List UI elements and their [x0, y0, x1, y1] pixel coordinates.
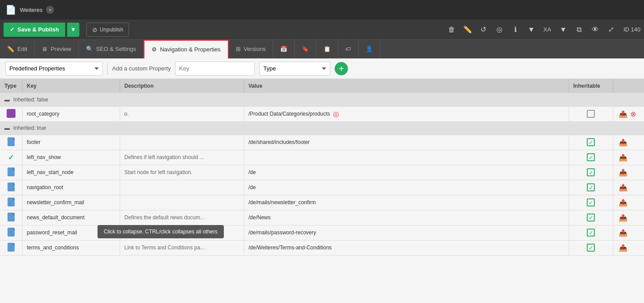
row-inheritable: [569, 106, 613, 121]
row-inheritable: ✓: [569, 180, 613, 195]
title-bar-close-button[interactable]: ×: [46, 6, 54, 14]
key-input[interactable]: [175, 62, 255, 76]
inheritable-checkbox-checked[interactable]: ✓: [587, 198, 595, 206]
folder-up-icon: 📤: [619, 139, 628, 146]
inheritable-checkbox-checked[interactable]: ✓: [587, 229, 595, 237]
folder-up-button[interactable]: 📤: [618, 152, 628, 163]
delete-button[interactable]: 🗑: [445, 23, 459, 37]
tab-bookmark[interactable]: 🔖: [295, 40, 316, 58]
inheritable-checkbox-checked[interactable]: ✓: [587, 153, 595, 161]
inheritable-checkbox-checked[interactable]: ✓: [587, 214, 595, 221]
row-value: /de/News: [244, 210, 569, 225]
tab-tasks[interactable]: 📋: [316, 40, 338, 58]
folder-up-button[interactable]: 📤: [618, 213, 628, 223]
table-row: root_category o. /Product Data/Categorie…: [0, 106, 644, 121]
refresh-icon: ↺: [480, 25, 486, 34]
target-button[interactable]: ◎: [492, 23, 507, 37]
info-button[interactable]: ℹ: [508, 23, 523, 37]
folder-up-icon: 📤: [619, 244, 628, 252]
view-button[interactable]: 👁: [588, 23, 602, 37]
row-key: root_category: [22, 106, 120, 121]
folder-up-button[interactable]: 📤: [618, 167, 628, 178]
row-description: Start node for left navigation.: [120, 165, 244, 180]
tags-icon: 🏷: [345, 46, 351, 52]
title-bar-text: Weiteres: [20, 7, 43, 13]
inheritable-checkbox-unchecked[interactable]: [587, 110, 595, 118]
group-header-inherited-false[interactable]: ▬ Inherited: false: [0, 93, 644, 106]
save-publish-button[interactable]: ✓ Save & Publish: [4, 23, 65, 37]
folder-up-icon: 📤: [619, 110, 628, 118]
delete-row-button[interactable]: ⊗: [629, 109, 637, 119]
tab-preview[interactable]: 🖥 Preview: [35, 40, 78, 58]
row-key: terms_and_conditions: [22, 240, 120, 255]
tab-seo[interactable]: 🔍 SEO & Settings: [79, 40, 144, 58]
row-inheritable: ✓: [569, 150, 613, 165]
row-actions: 📤: [613, 225, 644, 240]
row-value: /de: [244, 180, 569, 195]
refresh-button[interactable]: ↺: [476, 23, 491, 37]
row-key: left_nav_show: [22, 150, 120, 165]
share-button[interactable]: ⤢: [604, 23, 618, 37]
open-button[interactable]: ⧉: [572, 23, 586, 37]
unpublish-icon: ⊘: [92, 26, 98, 33]
properties-table: Type Key Description Value Inheritable ▬…: [0, 79, 644, 256]
tab-edit[interactable]: ✏️ Edit: [0, 40, 35, 58]
add-property-button[interactable]: +: [335, 62, 348, 75]
id-label: ID 140: [624, 26, 640, 33]
table-row: ✓ left_nav_show Defines if left navigati…: [0, 150, 644, 165]
col-header-value: Value: [244, 79, 569, 93]
tab-versions[interactable]: ⊞ Versions: [229, 40, 273, 58]
unpublish-button[interactable]: ⊘ Unpublish: [86, 23, 129, 37]
inheritable-checkbox-checked[interactable]: ✓: [587, 168, 595, 176]
nav-icon: ⚙: [152, 46, 157, 53]
table-row: newsletter_confirm_mail /de/mails/newsle…: [0, 195, 644, 210]
chevron-down-icon: ▼: [528, 26, 535, 34]
info-icon: ℹ: [514, 25, 517, 34]
more-dropdown-button[interactable]: ▼: [524, 23, 539, 37]
pencil-icon: ✏️: [463, 25, 472, 34]
folder-up-button[interactable]: 📤: [618, 137, 628, 148]
tab-tags[interactable]: 🏷: [338, 40, 359, 58]
type-icon-doc: [8, 137, 15, 146]
translate-button[interactable]: XA: [540, 23, 554, 37]
folder-up-button[interactable]: 📤: [618, 198, 628, 208]
versions-icon: ⊞: [236, 46, 241, 52]
save-publish-dropdown-button[interactable]: ▼: [67, 23, 79, 37]
row-value: /de/Weiteres/Terms-and-Conditions: [244, 240, 569, 255]
inheritable-checkbox-checked[interactable]: ✓: [587, 244, 595, 252]
type-select[interactable]: Type: [259, 62, 330, 76]
group-header-inherited-true[interactable]: ▬ Inherited: true: [0, 121, 644, 135]
table-row: left_nav_start_node Start node for left …: [0, 165, 644, 180]
type-icon-cube: [7, 109, 16, 118]
table-row: footer /de/shared/includes/footer ✓ 📤: [0, 135, 644, 150]
tab-navigation[interactable]: ⚙ Navigation & Properties: [144, 40, 229, 58]
translate-dropdown-button[interactable]: ▼: [556, 23, 570, 37]
inheritable-checkbox-checked[interactable]: ✓: [587, 183, 595, 191]
folder-up-icon: 📤: [619, 154, 628, 161]
target-icon: ◎: [496, 25, 503, 34]
main-toolbar: ✓ Save & Publish ▼ ⊘ Unpublish 🗑 ✏️ ↺ ◎ …: [0, 19, 644, 40]
row-value: [244, 150, 569, 165]
col-header-key: Key: [22, 79, 120, 93]
table-row: password_reset_mail /de/mails/password-r…: [0, 225, 644, 240]
folder-up-button[interactable]: 📤: [618, 183, 628, 193]
tab-calendar[interactable]: 📅: [273, 40, 295, 58]
tasks-icon: 📋: [324, 46, 331, 52]
tooltip-collapse: Click to collapse. CTRL/click collapses …: [98, 225, 224, 238]
predefined-properties-select[interactable]: Predefined Properties: [5, 62, 103, 76]
row-actions: 📤: [613, 165, 644, 180]
folder-up-icon: 📤: [619, 184, 628, 191]
folder-up-button[interactable]: 📤: [618, 243, 628, 253]
edit-pencil-button[interactable]: ✏️: [461, 23, 475, 37]
content-area: Predefined Properties Add a custom Prope…: [0, 58, 644, 303]
inheritable-checkbox-checked[interactable]: ✓: [587, 138, 595, 146]
folder-up-icon: 📤: [619, 169, 628, 176]
folder-up-button[interactable]: 📤: [618, 109, 628, 119]
calendar-icon: 📅: [280, 46, 287, 52]
row-description: Defines if left navigation should ...: [120, 150, 244, 165]
row-actions: 📤: [613, 210, 644, 225]
folder-up-button[interactable]: 📤: [618, 228, 628, 238]
folder-up-icon: 📤: [619, 199, 628, 206]
table-row: navigation_root /de ✓ 📤: [0, 180, 644, 195]
tab-user[interactable]: 👤: [359, 40, 380, 58]
